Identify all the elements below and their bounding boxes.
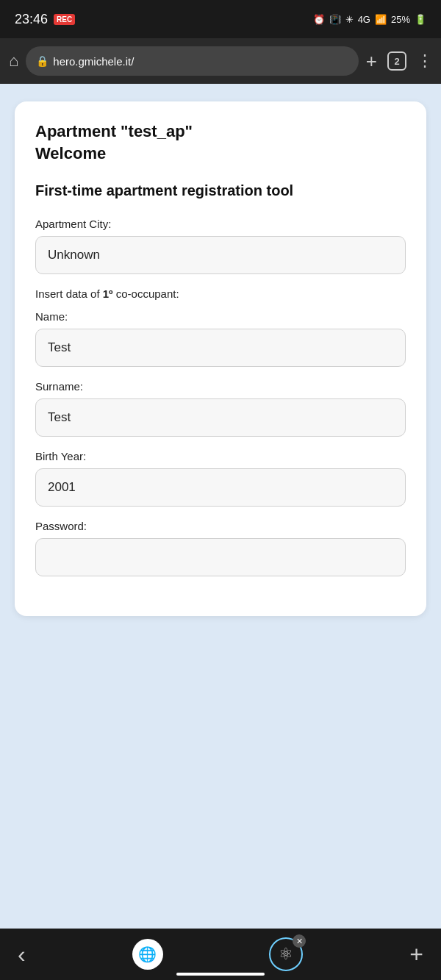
battery-percentage: 25% xyxy=(391,14,410,25)
insert-ordinal: 1º xyxy=(103,287,113,300)
surname-label: Surname: xyxy=(35,380,406,393)
name-group: Name: xyxy=(35,310,406,367)
status-time: 23:46 xyxy=(15,12,48,27)
recording-badge: REC xyxy=(54,14,75,25)
close-badge: ✕ xyxy=(293,934,306,948)
bluetooth-icon: ✳ xyxy=(345,14,354,25)
vibrate-icon: 📳 xyxy=(329,14,341,25)
center-app-button[interactable]: ⚛ ✕ xyxy=(269,937,303,971)
back-icon: ‹ xyxy=(18,941,26,968)
password-label: Password: xyxy=(35,520,406,532)
apartment-city-label: Apartment City: xyxy=(35,218,406,230)
registration-card: Apartment "test_ap" Welcome First-time a… xyxy=(15,101,426,616)
signal-icon: 4G xyxy=(358,14,370,25)
birth-year-group: Birth Year: xyxy=(35,450,406,507)
browser-bar: ⌂ 🔒 hero.gmichele.it/ + 2 ⋮ xyxy=(0,38,441,84)
name-label: Name: xyxy=(35,310,406,323)
apartment-city-input[interactable] xyxy=(35,236,406,274)
url-text: hero.gmichele.it/ xyxy=(53,55,134,68)
url-bar[interactable]: 🔒 hero.gmichele.it/ xyxy=(26,46,359,76)
home-indicator xyxy=(176,973,265,976)
app-icon-left[interactable]: 🌐 xyxy=(132,939,163,970)
app-circle-icon: 🌐 xyxy=(132,939,163,970)
page-background: Apartment "test_ap" Welcome First-time a… xyxy=(0,84,441,929)
apartment-title: Apartment "test_ap" xyxy=(35,122,406,141)
surname-group: Surname: xyxy=(35,380,406,437)
add-button[interactable]: + xyxy=(409,941,423,968)
bottom-nav: ‹ 🌐 ⚛ ✕ + xyxy=(0,929,441,980)
back-button[interactable]: ‹ xyxy=(18,941,26,968)
insert-data-label: Insert data of 1º co-occupant: xyxy=(35,287,406,300)
menu-button[interactable]: ⋮ xyxy=(417,51,432,71)
apartment-city-group: Apartment City: xyxy=(35,218,406,274)
tabs-button[interactable]: 2 xyxy=(387,51,406,71)
surname-input[interactable] xyxy=(35,398,406,437)
insert-suffix: co-occupant: xyxy=(113,287,179,300)
welcome-title: Welcome xyxy=(35,144,406,163)
plus-icon: + xyxy=(409,941,423,968)
home-button[interactable]: ⌂ xyxy=(9,51,18,71)
section-title: First-time apartment registration tool xyxy=(35,181,406,200)
insert-prefix: Insert data of xyxy=(35,287,103,300)
status-bar: 23:46 REC ⏰ 📳 ✳ 4G 📶 25% 🔋 xyxy=(0,0,441,38)
battery-icon: 🔋 xyxy=(415,14,426,25)
network-icon: 📶 xyxy=(375,14,387,25)
circle-inner-icon: 🌐 xyxy=(138,945,157,963)
new-tab-button[interactable]: + xyxy=(366,50,377,73)
password-group: Password: xyxy=(35,520,406,576)
name-input[interactable] xyxy=(35,329,406,367)
birth-year-input[interactable] xyxy=(35,468,406,507)
status-icons: ⏰ 📳 ✳ 4G 📶 25% 🔋 xyxy=(313,14,426,25)
lock-icon: 🔒 xyxy=(36,55,49,67)
password-input[interactable] xyxy=(35,538,406,576)
alarm-icon: ⏰ xyxy=(313,14,325,25)
browser-actions: + 2 ⋮ xyxy=(366,50,432,73)
react-icon: ⚛ xyxy=(279,945,293,964)
birth-year-label: Birth Year: xyxy=(35,450,406,462)
